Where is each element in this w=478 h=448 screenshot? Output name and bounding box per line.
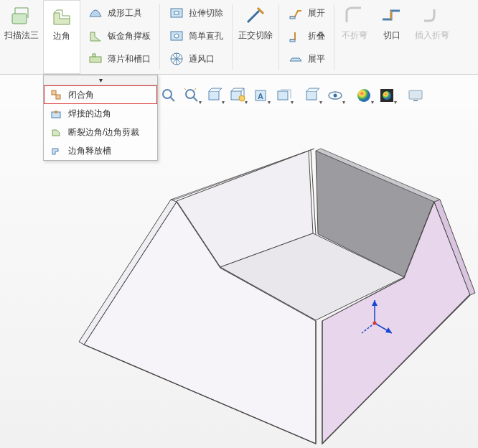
simple-hole-label: 简单直孔	[189, 30, 223, 42]
chevron-down-icon: ▾	[342, 99, 345, 106]
chevron-down-icon: ▾	[319, 99, 322, 106]
corner-relief-icon	[50, 144, 62, 157]
svg-rect-11	[56, 95, 60, 99]
sweep3-icon	[9, 3, 34, 29]
corner-icon	[49, 4, 75, 29]
svg-rect-28	[409, 90, 422, 99]
dd-corner-relief[interactable]: 边角释放槽	[44, 141, 157, 160]
zoom-area-button[interactable]: ▾	[181, 85, 202, 106]
no-bend-label: 不折弯	[342, 30, 367, 40]
corner-dropdown: ▾ 闭合角 焊接的边角 断裂边角/边角剪裁 边角释放槽	[43, 75, 158, 161]
svg-rect-9	[290, 39, 295, 42]
flatten-label: 展平	[308, 53, 325, 65]
svg-rect-0	[12, 14, 27, 24]
extrude-cut-label: 拉伸切除	[189, 7, 223, 19]
svg-rect-22	[306, 91, 317, 100]
display-style-button[interactable]: ▾	[227, 85, 248, 106]
chevron-down-icon: ▾	[99, 76, 103, 84]
svg-rect-1	[90, 57, 101, 62]
flatten-icon	[288, 51, 304, 67]
normal-cut-icon	[243, 3, 268, 29]
view-toolbar: ▾ ▾ ▾ A ▾ ▾ ▾ ▾ ▾ ▾	[158, 85, 426, 106]
corner-button[interactable]: 边角	[43, 0, 80, 74]
svg-rect-29	[413, 100, 418, 101]
svg-rect-21	[278, 91, 288, 100]
dd-label: 焊接的边角	[68, 108, 111, 120]
ribbon-col-2: 拉伸切除 简单直孔 通风口	[161, 0, 230, 74]
tab-slot-icon	[88, 51, 103, 67]
svg-point-50	[373, 322, 377, 325]
vent-button[interactable]: 通风口	[164, 47, 228, 70]
insert-bend-icon	[419, 3, 445, 29]
gusset-button[interactable]: 钣金角撑板	[83, 24, 155, 47]
svg-point-27	[383, 91, 391, 100]
cut-icon	[379, 3, 405, 29]
dd-closed-corner[interactable]: 闭合角	[44, 85, 157, 104]
chevron-down-icon: ▾	[371, 99, 374, 106]
insert-bend-label: 插入折弯	[415, 30, 449, 40]
simple-hole-button[interactable]: 简单直孔	[164, 24, 228, 47]
svg-point-24	[334, 94, 337, 98]
extrude-cut-icon	[169, 5, 184, 21]
welded-corner-icon	[50, 107, 62, 120]
forming-tool-button[interactable]: 成形工具	[83, 1, 155, 24]
sweep3-button[interactable]: 扫描法三	[0, 0, 43, 74]
monitor-button[interactable]	[405, 85, 426, 106]
tab-slot-button[interactable]: 薄片和槽口	[83, 47, 155, 70]
orientation-button[interactable]: ▾	[204, 85, 225, 106]
dd-label: 闭合角	[68, 89, 94, 101]
svg-point-6	[174, 34, 179, 38]
normal-cut-label: 正交切除	[238, 30, 273, 40]
svg-rect-10	[52, 90, 56, 95]
flatten-button[interactable]: 展平	[283, 47, 329, 70]
normal-cut-button[interactable]: 正交切除	[234, 0, 277, 74]
svg-point-25	[357, 89, 370, 102]
scene-button[interactable]: ▾	[376, 85, 398, 106]
hide-show-button[interactable]: ▾	[273, 85, 294, 106]
zoom-fit-button[interactable]	[158, 85, 179, 106]
dd-welded-corner[interactable]: 焊接的边角	[44, 104, 157, 123]
forming-tool-label: 成形工具	[108, 7, 142, 19]
render-mode-button[interactable]: ▾	[301, 85, 323, 106]
unfold-label: 展开	[308, 7, 325, 19]
svg-text:A: A	[258, 92, 263, 101]
cut-button[interactable]: 切口	[373, 0, 411, 74]
gusset-icon	[88, 28, 103, 44]
svg-rect-4	[174, 11, 179, 14]
fold-button[interactable]: 折叠	[283, 24, 329, 47]
chevron-down-icon: ▾	[394, 99, 397, 106]
ribbon: 扫描法三 边角 成形工具 钣金角撑板 薄片和槽口 拉伸切除 简单直孔	[0, 0, 478, 75]
dd-break-corner[interactable]: 断裂边角/边角剪裁	[44, 123, 157, 141]
svg-rect-8	[290, 17, 295, 19]
unfold-icon	[288, 5, 304, 21]
chevron-down-icon: ▾	[245, 99, 248, 106]
simple-hole-icon	[169, 28, 184, 44]
chevron-down-icon: ▾	[291, 99, 294, 106]
svg-rect-16	[209, 91, 219, 100]
forming-tool-icon	[88, 5, 103, 21]
dropdown-handle[interactable]: ▾	[44, 75, 157, 85]
break-corner-icon	[50, 126, 62, 139]
unfold-button[interactable]: 展开	[283, 1, 329, 24]
vent-label: 通风口	[189, 53, 215, 65]
vent-icon	[169, 51, 184, 67]
svg-rect-2	[93, 54, 95, 57]
insert-bend-button[interactable]: 插入折弯	[411, 0, 454, 74]
fold-icon	[288, 28, 304, 44]
cut-label: 切口	[383, 30, 400, 40]
svg-point-13	[55, 111, 57, 113]
ribbon-col-3: 展开 折叠 展平	[281, 0, 332, 74]
extrude-cut-button[interactable]: 拉伸切除	[164, 1, 228, 24]
eye-button[interactable]: ▾	[324, 85, 346, 106]
fold-label: 折叠	[308, 30, 325, 42]
closed-corner-icon	[50, 88, 62, 101]
appearance-button[interactable]: ▾	[353, 85, 375, 106]
chevron-down-icon: ▾	[268, 99, 271, 106]
svg-point-18	[239, 95, 245, 101]
dd-label: 断裂边角/边角剪裁	[68, 126, 139, 139]
no-bend-button[interactable]: 不折弯	[336, 0, 373, 74]
gusset-label: 钣金角撑板	[108, 30, 151, 42]
section-view-button[interactable]: A ▾	[250, 85, 271, 106]
chevron-down-icon: ▾	[199, 99, 202, 106]
dd-label: 边角释放槽	[68, 145, 111, 157]
